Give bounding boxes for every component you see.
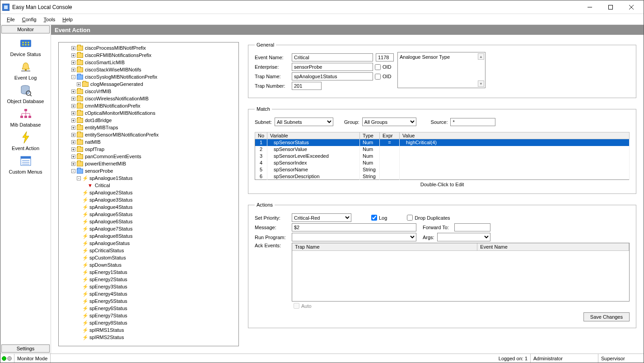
tree-node[interactable]: ⚡spAnalogue5Status: [61, 211, 237, 218]
tree-node[interactable]: ⚡spIRMS1Status: [61, 326, 237, 334]
tree-node[interactable]: +ospfTrap: [61, 146, 237, 153]
expand-icon[interactable]: +: [71, 126, 75, 130]
menu-tools[interactable]: Tools: [40, 16, 59, 23]
tree-node[interactable]: +powerEthernetMIB: [61, 160, 237, 167]
tree-node[interactable]: ⚡spDownStatus: [61, 261, 237, 269]
scroll-up-icon[interactable]: ▲: [478, 53, 484, 60]
expand-icon[interactable]: +: [71, 46, 75, 50]
expand-icon[interactable]: +: [71, 61, 75, 65]
tree-node[interactable]: ⚡spAnalogue2Status: [61, 189, 237, 196]
expand-icon[interactable]: +: [71, 97, 75, 101]
tree-node[interactable]: +cmnMIBNotificationPrefix: [61, 102, 237, 109]
expand-icon[interactable]: +: [71, 140, 75, 144]
args-select[interactable]: [437, 233, 490, 241]
mib-tree[interactable]: +ciscoProcessMIBNotifPrefix+ciscoRFMIBNo…: [58, 42, 239, 346]
tree-node[interactable]: ⚡spEnergy6Status: [61, 305, 237, 312]
enterprise-oid-checkbox[interactable]: [375, 64, 381, 70]
save-changes-button[interactable]: Save Changes: [583, 312, 630, 321]
tree-node[interactable]: ⚡spIRMS2Status: [61, 334, 237, 341]
group-select[interactable]: All Groups: [362, 118, 416, 126]
tree-node[interactable]: ⚡spAnalogue8Status: [61, 232, 237, 240]
sidebar-item-device-status[interactable]: Device Status: [0, 37, 51, 57]
event-name-input[interactable]: [292, 53, 373, 61]
match-table[interactable]: No Variable Type Expr Value 1spSensorSta…: [255, 132, 630, 180]
menu-help[interactable]: Help: [59, 16, 76, 23]
sidebar-item-object-database[interactable]: Object Database: [0, 84, 51, 104]
tree-node[interactable]: -⚡spAnalogue1Status: [61, 174, 237, 182]
collapse-icon[interactable]: -: [71, 75, 75, 79]
tree-node[interactable]: +dot1dBridge: [61, 117, 237, 124]
expand-icon[interactable]: +: [71, 104, 75, 108]
tree-node[interactable]: +ciscoProcessMIBNotifPrefix: [61, 44, 237, 52]
tree-node[interactable]: +panCommonEventEvents: [61, 153, 237, 160]
tree-node[interactable]: ⚡spAnalogue6Status: [61, 218, 237, 225]
trap-oid-checkbox[interactable]: [375, 74, 381, 80]
tree-node[interactable]: ⚡spAnalogue7Status: [61, 225, 237, 232]
ack-events-table[interactable]: Trap Name Event Name: [292, 243, 630, 302]
tree-node[interactable]: ⚡spEnergy4Status: [61, 290, 237, 297]
tree-node[interactable]: ⚡spEnergy3Status: [61, 283, 237, 290]
expand-icon[interactable]: +: [71, 162, 75, 166]
priority-select[interactable]: Critical-Red: [292, 213, 351, 222]
tree-node[interactable]: +ciscoSmartLicMIB: [61, 59, 237, 66]
expand-icon[interactable]: +: [71, 118, 75, 123]
expand-icon[interactable]: +: [71, 90, 75, 94]
run-program-select[interactable]: [292, 233, 416, 241]
menu-config[interactable]: Config: [19, 16, 40, 23]
tree-node[interactable]: ⚡spEnergy2Status: [61, 276, 237, 283]
message-input[interactable]: [292, 223, 416, 231]
tree-node[interactable]: +natMIB: [61, 138, 237, 146]
tree-node[interactable]: ⚡spCriticalStatus: [61, 247, 237, 254]
expand-icon[interactable]: +: [71, 111, 75, 115]
forward-input[interactable]: [454, 223, 490, 231]
minimize-button[interactable]: [579, 0, 600, 14]
match-row[interactable]: 2spSensorValueNum: [255, 146, 630, 153]
collapse-icon[interactable]: -: [77, 176, 81, 180]
tree-node[interactable]: +clogMessageGenerated: [61, 80, 237, 88]
expand-icon[interactable]: +: [71, 133, 75, 137]
close-button[interactable]: [621, 0, 642, 14]
expand-icon[interactable]: +: [71, 53, 75, 57]
tree-node[interactable]: -ciscoSyslogMIBNotificationPrefix: [61, 73, 237, 80]
expand-icon[interactable]: +: [71, 155, 75, 159]
match-row[interactable]: 5spSensorNameString: [255, 166, 630, 173]
tree-node[interactable]: ⚡spEnergy8Status: [61, 319, 237, 326]
maximize-button[interactable]: [600, 0, 621, 14]
tree-node[interactable]: -sensorProbe: [61, 167, 237, 174]
log-checkbox[interactable]: [371, 215, 377, 221]
tree-node[interactable]: ⚡spEnergy7Status: [61, 312, 237, 319]
tree-node[interactable]: +ciscoWirelessNotificationMIB: [61, 95, 237, 102]
sidebar-item-event-action[interactable]: Event Action: [0, 131, 51, 151]
sidebar-tab-settings[interactable]: Settings: [1, 344, 50, 353]
tree-node[interactable]: ⚡spCustomStatus: [61, 254, 237, 261]
expand-icon[interactable]: +: [71, 147, 75, 151]
tree-node[interactable]: ▼Critical: [61, 182, 237, 189]
tree-node[interactable]: +ciscoVrfMIB: [61, 88, 237, 95]
expand-icon[interactable]: +: [71, 68, 75, 72]
drop-duplicates-checkbox[interactable]: [407, 215, 413, 221]
expand-icon[interactable]: +: [77, 82, 81, 86]
tree-node[interactable]: ⚡spAnalogueStatus: [61, 240, 237, 247]
tree-node[interactable]: +entitySensorMIBNotificationPrefix: [61, 131, 237, 138]
tree-node[interactable]: ⚡spAnalogue3Status: [61, 196, 237, 203]
tree-node[interactable]: +cOpticalMonitorMIBNotifications: [61, 109, 237, 117]
match-row[interactable]: 4spSensorIndexNum: [255, 160, 630, 166]
tree-node[interactable]: ⚡spEnergy5Status: [61, 297, 237, 305]
sidebar-tab-monitor[interactable]: Monitor: [1, 25, 50, 33]
sidebar-item-event-log[interactable]: Event Log: [0, 61, 51, 80]
tree-node[interactable]: ⚡spAnalogue4Status: [61, 203, 237, 211]
match-row[interactable]: 3spSensorLevelExceededNum: [255, 153, 630, 160]
sidebar-item-custom-menus[interactable]: Custom Menus: [0, 155, 51, 174]
tree-node[interactable]: ⚡spEnergy1Status: [61, 269, 237, 276]
menu-file[interactable]: File: [3, 16, 19, 23]
tree-node[interactable]: +ciscoRFMIBNotificationsPrefix: [61, 52, 237, 59]
collapse-icon[interactable]: -: [71, 169, 75, 173]
match-row[interactable]: 1spSensorStatusNum=highCritical(4): [255, 139, 630, 146]
sidebar-item-mib-database[interactable]: Mib Database: [0, 108, 51, 127]
scroll-down-icon[interactable]: ▼: [478, 80, 484, 87]
subnet-select[interactable]: All Subnets: [275, 118, 333, 126]
match-row[interactable]: 6spSensorDescriptionString: [255, 173, 630, 180]
source-input[interactable]: [450, 118, 495, 126]
tree-node[interactable]: +ciscoStackWiseMIBNotifs: [61, 66, 237, 73]
tree-node[interactable]: +entityMIBTraps: [61, 124, 237, 131]
